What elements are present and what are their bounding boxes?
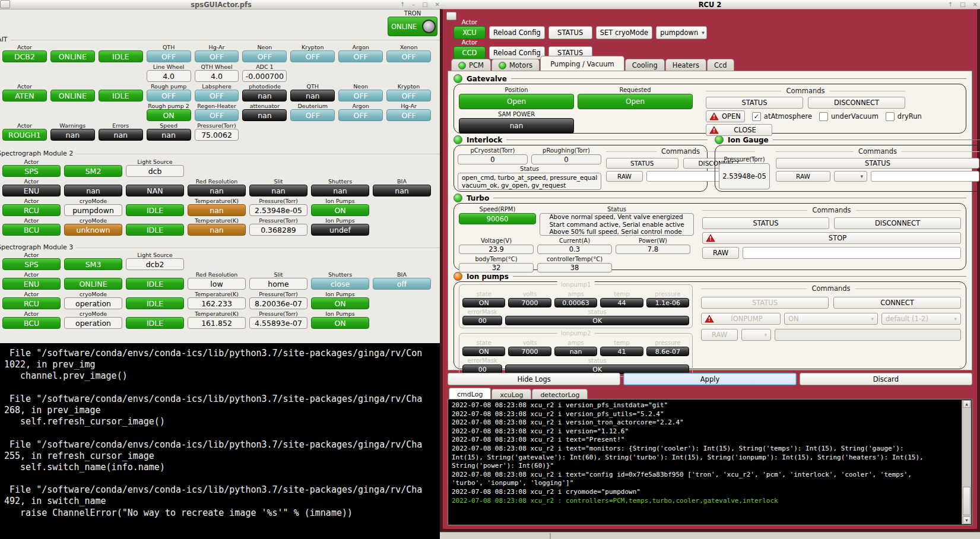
xcu-reload-config-button[interactable]: Reload Config <box>489 26 545 39</box>
left-titlebar[interactable]: spsGUIActor.pfs ↑ – □ ✕ <box>0 0 442 9</box>
ion-pumps-connect-button[interactable]: CONNECT <box>833 297 961 309</box>
cell-cryomode[interactable]: cryoModeoperation <box>64 310 122 329</box>
cell-line-wheel[interactable]: Line Wheel4.0 <box>147 64 191 83</box>
cell-actor[interactable]: ActorENU <box>2 178 61 197</box>
tab-pumping-vacuum[interactable]: Pumping / Vacuum <box>540 56 624 71</box>
cell-temperature-k[interactable]: Temperature(K)161.852 <box>188 310 246 329</box>
tron-online-toggle[interactable]: ONLINE <box>388 17 437 36</box>
cell-online[interactable]: ONLINE <box>64 271 122 290</box>
cell-ion-pumps[interactable]: Ion PumpsON <box>311 310 369 329</box>
cell-actor[interactable]: ActorBCU <box>2 217 61 236</box>
cell-state[interactable]: stateON <box>462 340 505 356</box>
interlock-status-button[interactable]: STATUS <box>606 158 678 169</box>
cell-krypton[interactable]: KryptonOFF <box>290 44 335 63</box>
cell-actor[interactable]: ActorATEN <box>2 83 47 102</box>
cell-current-a[interactable]: Current(A)0.3 <box>537 237 612 254</box>
cell-actor[interactable]: ActorRCU <box>2 291 61 310</box>
cell-temp[interactable]: temp44 <box>600 291 643 307</box>
ionpump-select-dropdown[interactable]: default (1-2) ▾ <box>881 313 961 325</box>
cell-ion-pumps[interactable]: Ion Pumpsundef <box>311 217 369 236</box>
apply-button[interactable]: Apply <box>623 373 796 385</box>
gatevalve-disconnect-button[interactable]: DISCONNECT <box>808 97 905 109</box>
turbo-stop-button[interactable]: ! STOP <box>702 232 961 244</box>
cell-speed-rpm[interactable]: Speed(RPM)90060 <box>459 206 536 224</box>
cell-neon[interactable]: NeonOFF <box>338 83 383 102</box>
close-icon[interactable]: ✕ <box>435 0 440 9</box>
cell-krypton[interactable]: KryptonOFF <box>386 83 431 102</box>
cell-temperature-k[interactable]: Temperature(K)nan <box>188 198 246 217</box>
cell-red-resolution[interactable]: Red Resolutionlow <box>188 271 246 290</box>
cell-cryomode[interactable]: cryoModepumpdown <box>64 198 122 217</box>
cell-idle[interactable]: IDLE <box>126 271 184 290</box>
cell-bia[interactable]: BIAoff <box>373 271 431 290</box>
cell-status[interactable]: Statusopen_cmd, turbo_at_speed, pressure… <box>458 166 601 190</box>
cell-labsphere[interactable]: LabsphereOFF <box>195 83 239 102</box>
cell-qth[interactable]: QTHnan <box>290 83 335 102</box>
cell-sam-power[interactable]: SAM POWERnan <box>459 111 574 134</box>
cell-idle[interactable]: IDLE <box>99 83 143 102</box>
shade-icon[interactable]: ↑ <box>948 0 953 9</box>
close-icon[interactable]: ✕ <box>973 0 978 9</box>
turbo-status-button[interactable]: STATUS <box>702 217 829 229</box>
cell-ion-pumps[interactable]: Ion PumpsON <box>311 291 369 310</box>
cell-shutters[interactable]: Shuttersclose <box>311 271 369 290</box>
cell-cryomode[interactable]: cryoModeoperation <box>64 291 122 310</box>
minimize-icon[interactable]: – <box>412 0 415 9</box>
tab-heaters[interactable]: Heaters <box>665 59 706 71</box>
cell-position[interactable]: PositionOpen <box>459 87 574 109</box>
cell-status[interactable]: StatusAbove normal speed, Vent valve ene… <box>540 206 694 236</box>
cell-controllertemp-c[interactable]: controllerTemp(°C)38 <box>537 256 612 272</box>
checkbox-at-atmosphere[interactable]: ✓ atAtmosphere <box>752 112 812 121</box>
cell-actor[interactable]: ActorRCU <box>2 198 61 217</box>
cryomode-dropdown[interactable]: pumpdown ▾ <box>656 26 707 39</box>
cell-status[interactable]: statusOK <box>505 309 689 325</box>
checkbox-dry-run[interactable]: dryRun <box>886 112 922 121</box>
tab-ccd[interactable]: Ccd <box>707 59 734 71</box>
tab-cmdlog[interactable]: cmdLog <box>449 388 491 400</box>
cell-pcryostat-torr[interactable]: pCryostat(Torr)0 <box>458 147 528 164</box>
ion-gauge-raw-input[interactable] <box>871 171 979 182</box>
cell-qth[interactable]: QTHOFF <box>147 44 191 63</box>
ion-gauge-status-button[interactable]: STATUS <box>776 158 979 169</box>
ionpump-command-button[interactable]: ! IONPUMP <box>701 313 781 325</box>
gatevalve-close-button[interactable]: ! CLOSE <box>706 124 772 136</box>
cell-deuterium[interactable]: DeuteriumOFF <box>290 103 335 122</box>
cell-actor[interactable]: ActorBCU <box>2 310 61 329</box>
turbo-raw-button[interactable]: RAW <box>702 247 739 259</box>
cell-pressure[interactable]: pressure1.1e-06 <box>646 291 689 307</box>
shade-icon[interactable]: ↑ <box>400 0 405 9</box>
cell-bia[interactable]: BIAnan <box>373 178 431 197</box>
cell-status[interactable]: statusOK <box>505 357 689 374</box>
cell-actor[interactable]: ActorENU <box>2 271 61 290</box>
cell-idle[interactable]: IDLE <box>126 198 184 217</box>
ion-pumps-status-button[interactable]: STATUS <box>701 297 829 309</box>
cell-nan[interactable]: nan <box>64 178 122 197</box>
cell-xenon[interactable]: XenonOFF <box>386 44 431 63</box>
cell-cryomode[interactable]: cryoModeunknown <box>64 217 122 236</box>
cell-slit[interactable]: Slithome <box>249 271 307 290</box>
cell-idle[interactable]: IDLE <box>126 310 184 329</box>
cell-volts[interactable]: volts7000 <box>508 291 551 307</box>
checkbox-under-vacuum[interactable]: underVacuum <box>819 112 878 121</box>
tab-pcm[interactable]: PCM <box>451 59 491 71</box>
cell-amps[interactable]: ampsnan <box>554 340 597 356</box>
rcu-titlebar[interactable]: RCU 2 ↑ □ ✕ <box>440 0 980 9</box>
cell-argon[interactable]: ArgonOFF <box>338 44 383 63</box>
cell-shutters[interactable]: Shuttersnan <box>311 178 369 197</box>
cell-bodytemp-c[interactable]: bodyTemp(°C)32 <box>459 256 534 272</box>
cell-pressure-torr[interactable]: Pressure(Torr)75.0062 <box>195 122 239 141</box>
cell-warnings[interactable]: Warningsnan <box>50 122 95 141</box>
cell-actor[interactable]: ActorSPS <box>2 158 61 177</box>
cell-errors[interactable]: Errorsnan <box>99 122 143 141</box>
cell-pressure-torr[interactable]: Pressure(Torr)0.368289 <box>249 217 307 236</box>
cell-online[interactable]: ONLINE <box>50 83 95 102</box>
cell-temperature-k[interactable]: Temperature(K)nan <box>188 217 246 236</box>
cmd-log-view[interactable]: 2022-07-08 08:23:08 xcu_r2 i version_pfs… <box>448 399 972 525</box>
ionpump-state-dropdown[interactable]: ON ▾ <box>784 313 878 325</box>
ion-gauge-raw-button[interactable]: RAW <box>776 171 830 182</box>
cell-photodiode[interactable]: photodiodenan <box>242 83 287 102</box>
actor-xcu-cell[interactable]: Actor XCU <box>453 19 486 39</box>
cell-pressure-torr[interactable]: Pressure(Torr)2.53948e-05 <box>719 156 770 189</box>
scroll-down-icon[interactable]: ▼ <box>963 516 971 524</box>
cell-argon[interactable]: ArgonOFF <box>338 103 383 122</box>
